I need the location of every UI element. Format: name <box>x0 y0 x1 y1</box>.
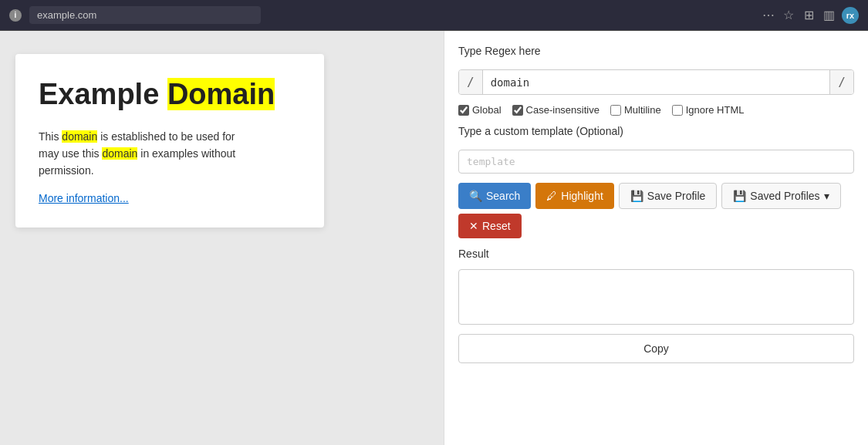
save-profile-icon: 💾 <box>630 190 643 202</box>
reset-button[interactable]: ✕ Reset <box>458 214 522 238</box>
saved-profiles-button[interactable]: 💾 Saved Profiles ▾ <box>721 183 840 209</box>
ignore-html-checkbox[interactable] <box>672 105 683 116</box>
search-btn-icon: 🔍 <box>469 190 482 202</box>
checkbox-multiline[interactable]: Multiline <box>610 104 661 116</box>
body-highlight2: domain <box>102 147 137 160</box>
webpage-card: Example Domain This domain is establishe… <box>15 54 324 228</box>
info-icon: i <box>9 9 22 22</box>
regex-input[interactable] <box>483 72 830 93</box>
checkboxes-row: Global Case-insensitive Multiline Ignore… <box>458 104 854 116</box>
reset-label: Reset <box>482 220 511 232</box>
template-label: Type a custom template (Optional) <box>458 125 854 137</box>
multiline-checkbox[interactable] <box>610 105 621 116</box>
body-part2: is established to be used for <box>97 130 235 143</box>
title-plain: Example <box>39 78 167 110</box>
ignore-html-label: Ignore HTML <box>686 104 745 116</box>
checkbox-global[interactable]: Global <box>458 104 502 116</box>
buttons-row: 🔍 Search 🖊 Highlight 💾 Save Profile 💾 Sa… <box>458 183 854 238</box>
save-profile-label: Save Profile <box>647 190 705 202</box>
regex-slash-right: / <box>829 70 853 94</box>
saved-profiles-icon: 💾 <box>733 190 746 202</box>
saved-profiles-label: Saved Profiles <box>750 190 819 202</box>
avatar[interactable]: rx <box>842 7 859 24</box>
body-part5: permission. <box>39 164 94 177</box>
search-btn-label: Search <box>486 190 520 202</box>
checkbox-ignore-html[interactable]: Ignore HTML <box>672 104 745 116</box>
browser-actions: ⋯ ☆ ⊞ ▥ rx <box>762 7 859 24</box>
regex-input-row: / / <box>458 69 854 95</box>
library-icon[interactable]: ▥ <box>822 8 836 22</box>
reset-icon: ✕ <box>469 220 478 232</box>
dropdown-arrow-icon: ▾ <box>824 190 829 202</box>
webpage-body: This domain is established to be used fo… <box>39 128 301 180</box>
case-insensitive-label: Case-insensitive <box>526 104 599 116</box>
copy-button[interactable]: Copy <box>458 334 854 363</box>
body-highlight1: domain <box>62 130 97 143</box>
checkbox-case-insensitive[interactable]: Case-insensitive <box>512 104 599 116</box>
save-profile-button[interactable]: 💾 Save Profile <box>619 183 717 209</box>
browser-chrome: i example.com ⋯ ☆ ⊞ ▥ rx <box>0 0 868 31</box>
regex-label: Type Regex here <box>458 45 854 57</box>
highlight-button[interactable]: 🖊 Highlight <box>535 183 613 209</box>
more-information-link[interactable]: More information... <box>39 192 301 204</box>
title-highlight: Domain <box>167 78 275 110</box>
regex-slash-left: / <box>459 70 483 94</box>
case-insensitive-checkbox[interactable] <box>512 105 523 116</box>
highlight-btn-icon: 🖊 <box>546 190 557 202</box>
webpage-title: Example Domain <box>39 77 301 113</box>
body-part1: This <box>39 130 62 143</box>
highlight-btn-label: Highlight <box>561 190 603 202</box>
main-area: Example Domain This domain is establishe… <box>0 31 868 445</box>
result-textarea[interactable] <box>458 269 854 325</box>
body-part3: may use this <box>39 147 102 160</box>
multiline-label: Multiline <box>624 104 661 116</box>
body-part4: in examples without <box>137 147 235 160</box>
webpage-preview: Example Domain This domain is establishe… <box>0 31 444 445</box>
bookmark-icon[interactable]: ☆ <box>782 8 795 22</box>
extension-panel: Type Regex here / / Global Case-insensit… <box>444 31 868 445</box>
search-button[interactable]: 🔍 Search <box>458 183 531 209</box>
more-icon[interactable]: ⋯ <box>762 8 775 22</box>
global-label: Global <box>472 104 502 116</box>
result-label: Result <box>458 248 854 260</box>
url-bar[interactable]: example.com <box>29 6 261 24</box>
global-checkbox[interactable] <box>458 105 469 116</box>
extensions-icon[interactable]: ⊞ <box>802 8 816 22</box>
template-input[interactable] <box>458 150 854 174</box>
